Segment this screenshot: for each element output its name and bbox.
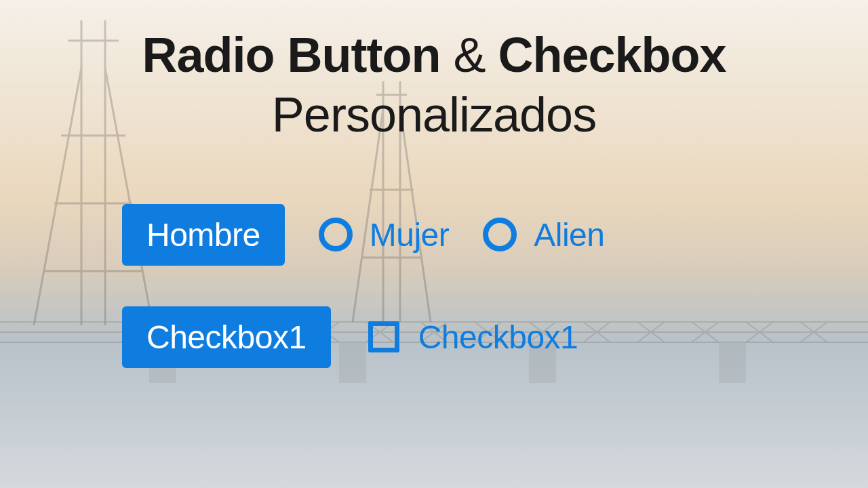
radio-icon: [483, 218, 517, 251]
title-line-1: Radio Button & Checkbox: [142, 27, 726, 83]
checkbox-icon: [368, 321, 399, 352]
checkbox1-selected[interactable]: Checkbox1: [122, 306, 331, 368]
checkbox1-unchecked[interactable]: Checkbox1: [368, 319, 578, 356]
page-title: Radio Button & Checkbox Personalizados: [142, 27, 726, 143]
checkbox1-label: Checkbox1: [418, 319, 578, 356]
radio-alien-label: Alien: [534, 216, 604, 253]
radio-icon: [319, 218, 353, 251]
radio-group: Hombre Mujer Alien: [122, 204, 604, 266]
radio-hombre-selected[interactable]: Hombre: [122, 204, 285, 266]
title-bold-1: Radio Button: [142, 28, 440, 82]
radio-mujer-label: Mujer: [370, 216, 450, 253]
checkbox-group: Checkbox1 Checkbox1: [122, 306, 604, 368]
radio-mujer[interactable]: Mujer: [319, 216, 450, 253]
title-bold-2: Checkbox: [498, 28, 726, 82]
radio-alien[interactable]: Alien: [483, 216, 604, 253]
title-ampersand: &: [440, 28, 498, 82]
title-line-2: Personalizados: [142, 87, 726, 143]
